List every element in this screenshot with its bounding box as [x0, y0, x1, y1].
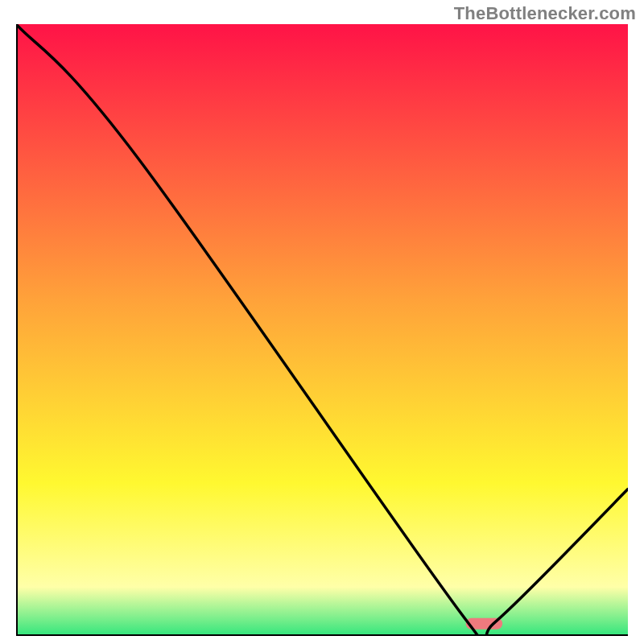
gradient-background	[16, 24, 628, 636]
attribution-label: TheBottlenecker.com	[454, 3, 636, 24]
chart-svg	[16, 24, 628, 636]
chart-container: TheBottlenecker.com	[0, 0, 644, 644]
plot-area	[16, 24, 628, 636]
